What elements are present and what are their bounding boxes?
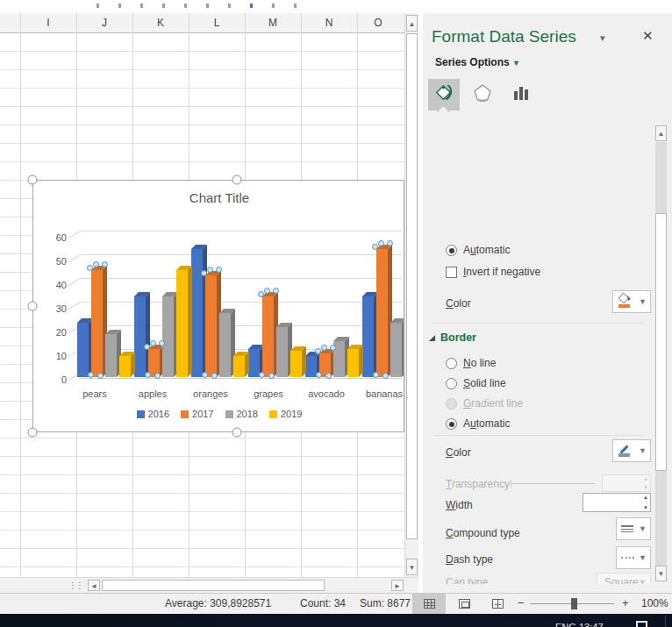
series-selection-handle[interactable] xyxy=(211,373,218,379)
chart-resize-handle[interactable] xyxy=(232,428,242,438)
bar-2016-oranges[interactable] xyxy=(191,249,203,377)
pane-options-caret-icon[interactable]: ▾ xyxy=(600,32,605,44)
series-selection-handle[interactable] xyxy=(316,372,322,378)
vertical-scrollbar[interactable]: ▲ ▼ xyxy=(404,13,418,577)
series-selection-handle[interactable] xyxy=(93,261,99,267)
zoom-in-button[interactable]: + xyxy=(622,596,629,609)
chart-title[interactable]: Chart Title xyxy=(33,190,404,205)
column-header-O[interactable]: O xyxy=(374,13,382,32)
pane-scroll-thumb[interactable] xyxy=(655,213,667,471)
taskbar-notification-icon[interactable] xyxy=(636,621,647,627)
bar-2016-grapes[interactable] xyxy=(248,349,260,377)
series-selection-handle[interactable] xyxy=(154,373,161,379)
series-selection-handle[interactable] xyxy=(315,348,321,354)
bar-2017-grapes[interactable] xyxy=(262,296,274,377)
chart-object[interactable]: Chart Title 0102030405060pearsapplesoran… xyxy=(32,180,404,432)
bar-2019-grapes[interactable] xyxy=(290,351,302,377)
series-selection-handle[interactable] xyxy=(88,372,94,378)
series-selection-handle[interactable] xyxy=(330,345,336,351)
bar-2016-bananas[interactable] xyxy=(362,296,374,377)
width-input[interactable] xyxy=(585,495,635,511)
border-solid-line-radio[interactable] xyxy=(446,378,457,389)
taskbar-language[interactable]: ENG xyxy=(555,622,576,627)
width-spinbox[interactable]: ▲▼ xyxy=(583,493,651,512)
legend-item-2016[interactable]: 2016 xyxy=(137,409,169,419)
vertical-scroll-thumb[interactable] xyxy=(406,33,418,539)
legend-item-2018[interactable]: 2018 xyxy=(225,409,258,419)
pane-scrollbar[interactable]: ▲ ▼ xyxy=(654,123,668,584)
bar-2018-oranges[interactable] xyxy=(219,313,231,377)
taskbar-clock[interactable]: 13:47 xyxy=(579,622,604,627)
series-selection-handle[interactable] xyxy=(259,372,265,378)
series-selection-handle[interactable] xyxy=(325,373,332,379)
border-color-button[interactable]: ▼ xyxy=(612,439,651,462)
invert-if-negative-checkbox[interactable] xyxy=(446,267,457,278)
series-selection-handle[interactable] xyxy=(150,340,156,346)
tab-effects[interactable] xyxy=(467,79,498,110)
bar-2017-bananas[interactable] xyxy=(376,249,388,377)
column-header-L[interactable]: L xyxy=(214,13,220,32)
border-automatic-radio[interactable] xyxy=(446,418,457,430)
tab-series-options[interactable] xyxy=(505,79,537,110)
bar-2017-pears[interactable] xyxy=(91,270,103,377)
bar-2019-oranges[interactable] xyxy=(233,356,245,377)
bar-2019-pears[interactable] xyxy=(119,356,131,377)
bar-2018-grapes[interactable] xyxy=(276,327,288,377)
chart-resize-handle[interactable] xyxy=(232,175,242,185)
bar-2016-pears[interactable] xyxy=(77,323,89,377)
series-selection-handle[interactable] xyxy=(321,345,327,351)
view-normal-button[interactable] xyxy=(412,594,446,614)
chart-resize-handle[interactable] xyxy=(28,428,38,438)
column-header-J[interactable]: J xyxy=(102,13,107,32)
series-options-selector[interactable]: Series Options ▼ xyxy=(435,56,520,68)
series-selection-handle[interactable] xyxy=(216,267,222,273)
series-selection-handle[interactable] xyxy=(159,340,165,346)
fill-automatic-radio[interactable] xyxy=(446,245,457,256)
view-page-break-button[interactable] xyxy=(483,594,512,614)
scroll-up-button[interactable]: ▲ xyxy=(406,15,418,32)
horizontal-scrollbar[interactable]: ⋮⋮ ◄ ► xyxy=(0,577,418,593)
series-selection-handle[interactable] xyxy=(382,373,389,379)
pane-close-icon[interactable]: ✕ xyxy=(642,28,654,44)
horizontal-scroll-thumb[interactable] xyxy=(102,580,325,591)
series-selection-handle[interactable] xyxy=(87,265,93,271)
dash-type-dropdown[interactable]: ▼ xyxy=(616,546,651,569)
bar-2019-avocado[interactable] xyxy=(347,349,359,377)
series-selection-handle[interactable] xyxy=(202,372,208,378)
scroll-left-button[interactable]: ◄ xyxy=(88,580,100,591)
compound-type-dropdown[interactable]: ▼ xyxy=(616,517,651,540)
column-header-K[interactable]: K xyxy=(157,13,164,32)
border-section-header[interactable]: ◢ Border xyxy=(440,331,476,344)
bar-2018-bananas[interactable] xyxy=(390,323,402,377)
legend-item-2017[interactable]: 2017 xyxy=(181,409,213,419)
chart-legend[interactable]: 2016201720182019 xyxy=(33,409,404,419)
worksheet[interactable]: IJKLMNO Chart Title 0102030405060pearsap… xyxy=(0,13,404,577)
zoom-level[interactable]: 100% xyxy=(641,597,668,609)
bar-2016-apples[interactable] xyxy=(134,296,146,377)
series-selection-handle[interactable] xyxy=(387,240,393,246)
series-selection-handle[interactable] xyxy=(372,244,378,250)
zoom-out-button[interactable]: − xyxy=(518,596,525,609)
legend-item-2019[interactable]: 2019 xyxy=(269,409,302,419)
scrollbar-resize-grip[interactable]: ⋮⋮ xyxy=(68,581,82,590)
series-selection-handle[interactable] xyxy=(273,288,279,294)
bar-2019-apples[interactable] xyxy=(176,270,188,377)
series-selection-handle[interactable] xyxy=(102,261,108,267)
series-selection-handle[interactable] xyxy=(258,291,264,297)
column-headers[interactable]: IJKLMNO xyxy=(0,13,404,33)
series-selection-handle[interactable] xyxy=(97,373,104,379)
bar-2018-pears[interactable] xyxy=(105,334,117,377)
series-selection-handle[interactable] xyxy=(268,373,275,379)
series-selection-handle[interactable] xyxy=(264,288,270,294)
series-selection-handle[interactable] xyxy=(145,372,151,378)
fill-color-button[interactable]: ▼ xyxy=(612,290,651,313)
bar-2017-oranges[interactable] xyxy=(205,275,217,377)
series-selection-handle[interactable] xyxy=(378,240,384,246)
series-selection-handle[interactable] xyxy=(144,344,150,350)
view-page-layout-button[interactable] xyxy=(449,594,479,614)
border-no-line-radio[interactable] xyxy=(446,358,457,369)
series-selection-handle[interactable] xyxy=(373,372,379,378)
bar-2018-apples[interactable] xyxy=(162,296,174,377)
pane-scroll-down-button[interactable]: ▼ xyxy=(655,566,667,581)
series-selection-handle[interactable] xyxy=(207,267,213,273)
